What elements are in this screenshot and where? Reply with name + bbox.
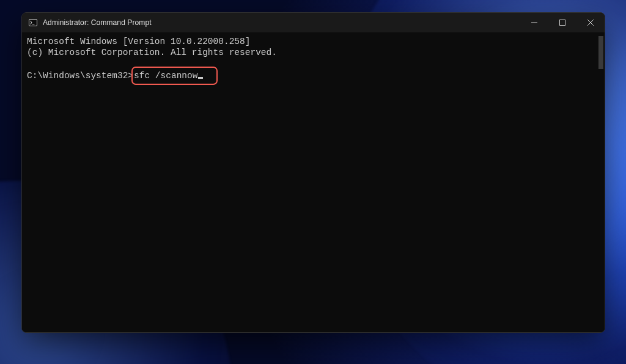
svg-rect-3 [560, 20, 565, 26]
titlebar[interactable]: Administrator: Command Prompt [22, 13, 605, 32]
terminal-content[interactable]: Microsoft Windows [Version 10.0.22000.25… [22, 32, 605, 332]
maximize-button[interactable] [548, 13, 576, 32]
terminal-prompt: C:\Windows\system32> [27, 71, 133, 81]
command-prompt-window: Administrator: Command Prompt Microsoft … [21, 12, 605, 333]
svg-rect-0 [29, 20, 37, 26]
command-highlight: sfc /scannow [131, 67, 218, 85]
terminal-command: sfc /scannow [134, 71, 197, 81]
text-cursor [198, 77, 203, 79]
cmd-icon [28, 18, 38, 27]
terminal-line-version: Microsoft Windows [Version 10.0.22000.25… [27, 37, 250, 46]
terminal-line-copyright: (c) Microsoft Corporation. All rights re… [27, 48, 277, 57]
window-title: Administrator: Command Prompt [43, 18, 152, 27]
scrollbar-thumb[interactable] [598, 36, 603, 69]
minimize-button[interactable] [520, 13, 548, 32]
close-button[interactable] [576, 13, 605, 32]
